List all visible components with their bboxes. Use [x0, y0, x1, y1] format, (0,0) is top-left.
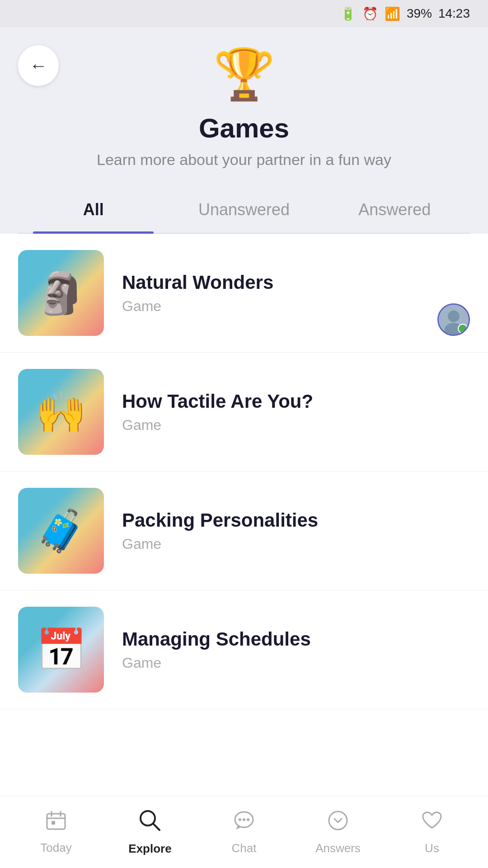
search-icon	[138, 808, 162, 838]
nav-answers[interactable]: Answers	[291, 809, 385, 855]
avatar-online-indicator	[458, 324, 468, 334]
status-icons: 🔋 ⏰ 📶 39% 14:23	[340, 6, 470, 21]
answers-icon	[326, 809, 350, 838]
page-subtitle: Learn more about your partner in a fun w…	[97, 151, 391, 169]
nav-chat[interactable]: Chat	[197, 809, 291, 855]
nav-today[interactable]: Today	[9, 809, 103, 855]
game-type-how-tactile: Game	[122, 417, 470, 434]
alarm-icon: ⏰	[362, 6, 378, 21]
wifi-icon: 📶	[385, 6, 400, 21]
tab-all[interactable]: All	[18, 187, 169, 233]
nav-us[interactable]: Us	[385, 809, 479, 855]
heart-icon	[420, 809, 444, 838]
game-list: 🗿 Natural Wonders Game 🙌 How Tactile Are…	[0, 234, 488, 709]
trophy-icon: 🏆	[213, 45, 275, 104]
game-name-natural-wonders: Natural Wonders	[122, 272, 470, 293]
battery-charging-icon: 🔋	[340, 6, 356, 21]
svg-rect-3	[47, 814, 65, 829]
battery-percent: 39%	[407, 6, 432, 21]
nav-us-label: Us	[425, 841, 439, 855]
chat-icon	[232, 809, 256, 838]
game-info-managing-schedules: Managing Schedules Game	[122, 628, 470, 671]
nav-explore-label: Explore	[128, 842, 171, 856]
svg-point-12	[243, 818, 245, 821]
user-avatar	[437, 303, 470, 336]
managing-schedules-emoji: 📅	[36, 626, 86, 674]
game-thumbnail-how-tactile: 🙌	[18, 369, 104, 455]
game-info-natural-wonders: Natural Wonders Game	[122, 272, 470, 315]
status-bar: 🔋 ⏰ 📶 39% 14:23	[0, 0, 488, 27]
game-type-managing-schedules: Game	[122, 655, 470, 671]
nav-explore[interactable]: Explore	[103, 808, 197, 856]
game-name-managing-schedules: Managing Schedules	[122, 628, 470, 650]
svg-point-14	[329, 811, 347, 830]
svg-rect-7	[52, 821, 55, 825]
calendar-icon	[45, 809, 67, 837]
game-type-natural-wonders: Game	[122, 298, 470, 315]
tab-unanswered[interactable]: Unanswered	[169, 187, 319, 233]
game-item-how-tactile[interactable]: 🙌 How Tactile Are You? Game	[0, 353, 488, 472]
game-thumbnail-managing-schedules: 📅	[18, 607, 104, 693]
svg-line-9	[153, 824, 160, 830]
game-info-packing-personalities: Packing Personalities Game	[122, 509, 470, 552]
game-item-packing-personalities[interactable]: 🧳 Packing Personalities Game	[0, 472, 488, 590]
clock: 14:23	[438, 6, 470, 21]
nav-answers-label: Answers	[315, 841, 361, 855]
game-thumbnail-packing-personalities: 🧳	[18, 488, 104, 574]
game-name-packing-personalities: Packing Personalities	[122, 509, 470, 531]
nav-today-label: Today	[40, 841, 71, 855]
packing-personalities-emoji: 🧳	[36, 507, 86, 555]
tab-answered[interactable]: Answered	[319, 187, 470, 233]
tab-bar: All Unanswered Answered	[18, 187, 470, 234]
header: ← 🏆 Games Learn more about your partner …	[0, 27, 488, 234]
game-item-natural-wonders[interactable]: 🗿 Natural Wonders Game	[0, 234, 488, 353]
bottom-nav: Today Explore Chat	[0, 796, 488, 868]
svg-point-11	[239, 818, 241, 821]
game-type-packing-personalities: Game	[122, 536, 470, 552]
game-item-managing-schedules[interactable]: 📅 Managing Schedules Game	[0, 590, 488, 709]
how-tactile-emoji: 🙌	[36, 388, 86, 436]
back-arrow-icon: ←	[29, 56, 47, 76]
page-title: Games	[199, 113, 289, 144]
game-info-how-tactile: How Tactile Are You? Game	[122, 391, 470, 434]
back-button[interactable]: ←	[18, 45, 59, 86]
svg-point-13	[247, 818, 249, 821]
game-thumbnail-natural-wonders: 🗿	[18, 250, 104, 336]
game-name-how-tactile: How Tactile Are You?	[122, 391, 470, 412]
natural-wonders-emoji: 🗿	[36, 269, 86, 317]
svg-point-1	[448, 311, 460, 322]
nav-chat-label: Chat	[232, 841, 257, 855]
